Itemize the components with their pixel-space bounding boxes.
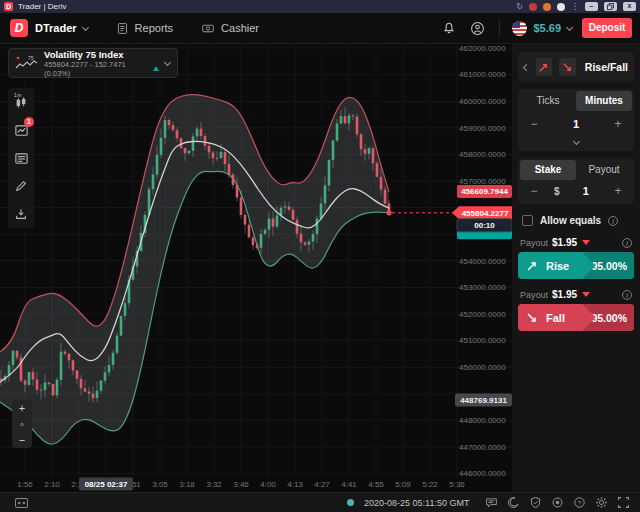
templates-button[interactable] (13, 150, 29, 166)
templates-icon (14, 151, 29, 166)
allow-equals-label: Allow equals (540, 215, 601, 226)
rise-button-label: Rise (546, 260, 569, 272)
target-icon[interactable] (551, 496, 564, 509)
amount-card: Stake Payout − $ 1 + (518, 158, 634, 204)
market-chevron-down-icon[interactable] (164, 58, 171, 65)
amount-increment-button[interactable]: + (612, 184, 624, 198)
close-button[interactable]: x (623, 2, 636, 11)
svg-text:00:10: 00:10 (474, 221, 495, 230)
fall-button-arrow-icon (526, 312, 538, 324)
browser-tab-title: Trader | Deriv (18, 2, 66, 11)
svg-text:75: 75 (28, 55, 34, 61)
settings-gear-icon[interactable] (595, 496, 608, 509)
extension-icon-orange[interactable] (543, 3, 551, 11)
reports-label: Reports (135, 22, 174, 34)
account-chevron-down-icon[interactable] (566, 23, 573, 30)
duration-decrement-button[interactable]: − (528, 117, 540, 131)
svg-text:455804.2277: 455804.2277 (462, 209, 509, 218)
extension-icon-puzzle[interactable] (557, 3, 565, 11)
connection-status-dot (347, 499, 354, 506)
shield-check-icon[interactable] (529, 496, 542, 509)
svg-text:5:22: 5:22 (422, 480, 438, 489)
svg-text:1:56: 1:56 (17, 480, 33, 489)
deposit-button[interactable]: Deposit (582, 18, 632, 38)
minimize-button[interactable]: – (585, 2, 598, 11)
rise-payout-down-icon (582, 240, 590, 245)
zoom-out-button[interactable]: − (12, 432, 32, 448)
browser-titlebar: D Trader | Deriv ↻ ⋮ – x (0, 0, 640, 13)
duration-value[interactable]: 1 (540, 118, 612, 130)
refresh-extension-icon[interactable]: ↻ (516, 2, 523, 11)
svg-text:447000.0000: 447000.0000 (459, 443, 506, 452)
amount-value[interactable]: 1 (560, 185, 612, 197)
duration-card: Ticks Minutes − 1 + (518, 89, 634, 151)
rise-type-chip (536, 58, 553, 76)
indicators-button[interactable]: 1 (13, 122, 29, 138)
svg-text:446000.0000: 446000.0000 (459, 469, 506, 478)
chart-region: 462000.0000461000.0000460000.0000459000.… (0, 44, 512, 492)
platform-switcher[interactable]: DTrader (35, 22, 77, 34)
svg-text:4:55: 4:55 (368, 480, 384, 489)
svg-text:460000.0000: 460000.0000 (459, 97, 506, 106)
draw-tools-button[interactable] (13, 178, 29, 194)
svg-text:456609.7944: 456609.7944 (461, 187, 508, 196)
chevron-left-icon[interactable] (523, 64, 530, 71)
deriv-favicon: D (4, 2, 13, 11)
zoom-in-button[interactable]: + (12, 400, 32, 416)
chart-type-button[interactable]: 1m (13, 94, 29, 110)
bottom-bar: 2020-08-25 05:11:50 GMT ? (0, 492, 640, 512)
svg-text:448000.0000: 448000.0000 (459, 416, 506, 425)
browser-menu-icon[interactable]: ⋮ (571, 2, 579, 11)
trade-panel: Rise/Fall Ticks Minutes − 1 + Stake Payo… (512, 44, 640, 492)
rise-info-icon[interactable]: i (622, 238, 632, 248)
duration-expand-chevron-icon[interactable] (572, 138, 579, 145)
fullscreen-icon[interactable] (617, 496, 630, 509)
trade-type-label: Rise/Fall (585, 61, 628, 73)
amount-decrement-button[interactable]: − (528, 184, 540, 198)
volatility-75-icon: 75 (14, 54, 38, 72)
tab-minutes[interactable]: Minutes (576, 91, 632, 111)
us-flag-icon[interactable] (512, 21, 527, 36)
rise-arrow-icon (538, 62, 549, 73)
rise-payout-row: Payout $1.95 i (518, 234, 634, 252)
fall-button[interactable]: Fall 95.00% (518, 304, 634, 331)
chat-icon[interactable] (485, 496, 498, 509)
allow-equals-info-icon[interactable]: i (608, 216, 618, 226)
svg-text:4:00: 4:00 (260, 480, 276, 489)
market-info-widget[interactable]: 75 Volatility 75 Index 455804.2277 - 152… (8, 48, 178, 78)
tab-stake[interactable]: Stake (520, 160, 576, 180)
rise-payout-label: Payout (520, 238, 548, 248)
main-navbar: D DTrader Reports Cashier $5.69 Deposit (0, 13, 640, 44)
fall-percent: 95.00% (591, 312, 627, 324)
help-icon[interactable]: ? (573, 496, 586, 509)
theme-moon-icon[interactable] (507, 496, 520, 509)
announcement-button[interactable] (14, 497, 29, 509)
account-button[interactable] (470, 21, 485, 36)
notifications-button[interactable] (442, 21, 456, 35)
allow-equals-checkbox[interactable] (522, 215, 533, 226)
nav-reports[interactable]: Reports (116, 22, 174, 35)
svg-text:3:32: 3:32 (206, 480, 222, 489)
duration-increment-button[interactable]: + (612, 117, 624, 131)
zoom-reset-button[interactable]: ◦ (12, 416, 32, 432)
chevron-down-icon[interactable] (82, 23, 89, 30)
download-button[interactable] (13, 206, 29, 222)
svg-text:2:10: 2:10 (44, 480, 60, 489)
svg-text:4:41: 4:41 (341, 480, 357, 489)
account-balance[interactable]: $5.69 (533, 22, 561, 34)
extension-icon-red[interactable] (529, 3, 537, 11)
dtrader-logo[interactable]: D (10, 19, 28, 37)
restore-button[interactable] (604, 2, 617, 11)
fall-button-label: Fall (546, 312, 565, 324)
price-chart[interactable]: 462000.0000461000.0000460000.0000459000.… (0, 44, 512, 492)
nav-cashier[interactable]: Cashier (201, 22, 259, 35)
tab-ticks[interactable]: Ticks (520, 91, 576, 111)
svg-text:458000.0000: 458000.0000 (459, 150, 506, 159)
svg-text:4:27: 4:27 (314, 480, 330, 489)
svg-text:5:09: 5:09 (395, 480, 411, 489)
trade-type-selector[interactable]: Rise/Fall (518, 52, 634, 82)
navbar-separator (499, 20, 500, 36)
tab-payout[interactable]: Payout (576, 160, 632, 180)
rise-button[interactable]: Rise 95.00% (518, 252, 634, 279)
fall-info-icon[interactable]: i (622, 290, 632, 300)
